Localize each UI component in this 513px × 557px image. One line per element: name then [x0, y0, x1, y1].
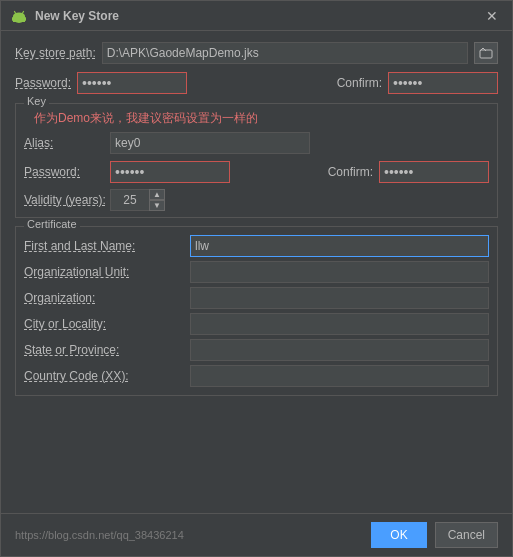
key-section: Key 作为Demo来说，我建议密码设置为一样的 Alias: Password…	[15, 103, 498, 218]
svg-rect-8	[12, 17, 14, 21]
android-icon	[11, 8, 27, 24]
footer-url: https://blog.csdn.net/qq_38436214	[15, 529, 184, 541]
spinner-up-button[interactable]: ▲	[149, 189, 165, 200]
password-input[interactable]	[77, 72, 187, 94]
svg-rect-7	[13, 16, 25, 20]
dialog-footer: https://blog.csdn.net/qq_38436214 OK Can…	[1, 513, 512, 556]
country-code-label: Country Code (XX):	[24, 369, 184, 383]
ok-button[interactable]: OK	[371, 522, 426, 548]
city-input[interactable]	[190, 313, 489, 335]
org-input[interactable]	[190, 287, 489, 309]
certificate-section: Certificate First and Last Name: Organiz…	[15, 226, 498, 396]
close-button[interactable]: ✕	[482, 7, 502, 25]
keystore-path-row: Key store path:	[15, 41, 498, 65]
first-last-name-row: First and Last Name:	[24, 235, 489, 257]
svg-rect-9	[24, 17, 26, 21]
state-input[interactable]	[190, 339, 489, 361]
password-label: Password:	[15, 76, 71, 90]
key-confirm-input[interactable]	[379, 161, 489, 183]
alias-input[interactable]	[110, 132, 310, 154]
certificate-rows: First and Last Name: Organizational Unit…	[24, 235, 489, 387]
validity-row: Validity (years): ▲ ▼	[24, 189, 489, 211]
svg-rect-10	[480, 50, 492, 58]
alias-row: Alias:	[24, 131, 489, 155]
key-password-label: Password:	[24, 165, 104, 179]
confirm-label: Confirm:	[337, 76, 382, 90]
org-unit-row: Organizational Unit:	[24, 261, 489, 283]
dialog-title: New Key Store	[35, 9, 119, 23]
keystore-path-label: Key store path:	[15, 46, 96, 60]
key-password-row: Password: Confirm:	[24, 160, 489, 184]
footer-buttons: OK Cancel	[371, 522, 498, 548]
country-code-row: Country Code (XX):	[24, 365, 489, 387]
title-bar-left: New Key Store	[11, 8, 119, 24]
org-label: Organization:	[24, 291, 184, 305]
validity-input[interactable]	[110, 189, 150, 211]
certificate-section-label: Certificate	[24, 218, 80, 230]
keystore-path-input[interactable]	[102, 42, 468, 64]
key-confirm-label: Confirm:	[328, 165, 373, 179]
dialog: New Key Store ✕ Key store path: Password…	[0, 0, 513, 557]
alias-label: Alias:	[24, 136, 104, 150]
city-label: City or Locality:	[24, 317, 184, 331]
annotation-text: 作为Demo来说，我建议密码设置为一样的	[34, 111, 258, 125]
validity-spinner: ▲ ▼	[110, 189, 165, 211]
title-bar: New Key Store ✕	[1, 1, 512, 31]
key-rows: Alias: Password: Confirm: Validity (year…	[24, 131, 489, 211]
org-unit-label: Organizational Unit:	[24, 265, 184, 279]
first-last-name-input[interactable]	[190, 235, 489, 257]
cancel-button[interactable]: Cancel	[435, 522, 498, 548]
validity-label: Validity (years):	[24, 193, 104, 207]
key-section-label: Key	[24, 95, 49, 107]
password-row: Password: Confirm:	[15, 71, 498, 95]
spinner-buttons: ▲ ▼	[149, 189, 165, 211]
org-row: Organization:	[24, 287, 489, 309]
spinner-down-button[interactable]: ▼	[149, 200, 165, 211]
state-label: State or Province:	[24, 343, 184, 357]
confirm-input[interactable]	[388, 72, 498, 94]
key-password-input[interactable]	[110, 161, 230, 183]
org-unit-input[interactable]	[190, 261, 489, 283]
dialog-content: Key store path: Password: Confirm: Key 作…	[1, 31, 512, 513]
city-row: City or Locality:	[24, 313, 489, 335]
first-last-name-label: First and Last Name:	[24, 239, 184, 253]
state-row: State or Province:	[24, 339, 489, 361]
country-code-input[interactable]	[190, 365, 489, 387]
browse-button[interactable]	[474, 42, 498, 64]
